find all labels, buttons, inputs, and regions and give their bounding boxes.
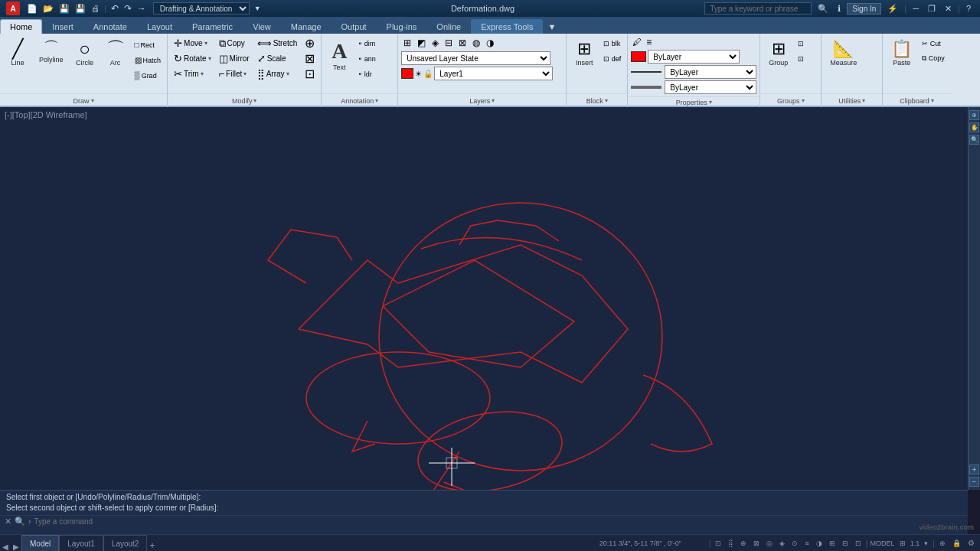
lineweight-dropdown[interactable]: ByLayer — [665, 80, 756, 94]
dynin-toggle[interactable]: ⊡ — [853, 539, 864, 548]
modify-extra2[interactable]: ⊠ — [302, 51, 318, 66]
scale-tool[interactable]: ⤢Scale — [254, 51, 301, 66]
layout1-tab[interactable]: Layout1 — [59, 535, 103, 551]
polar-toggle[interactable]: ◎ — [764, 539, 775, 548]
workspace-switch[interactable]: ⊕ — [937, 539, 948, 548]
nav-zoom[interactable]: 🔍 — [969, 135, 979, 145]
layer-btn4[interactable]: ⊟ — [443, 36, 455, 50]
move-tool[interactable]: ✛Move▾ — [171, 36, 214, 51]
tab-insert[interactable]: Insert — [42, 19, 83, 34]
block-expand[interactable]: ▾ — [605, 97, 608, 104]
polyline-tool[interactable]: ⌒ Polyline — [34, 36, 69, 67]
tab-express-tools[interactable]: Express Tools — [471, 19, 543, 34]
layer-btn3[interactable]: ◈ — [430, 36, 441, 50]
toolbar-lock[interactable]: 🔒 — [950, 539, 963, 548]
fillet-tool[interactable]: ⌐Fillet▾ — [216, 67, 253, 81]
layer-btn5[interactable]: ⊠ — [456, 36, 469, 50]
nav-orbit[interactable]: ⊕ — [969, 110, 979, 120]
match-properties[interactable]: 🖊 — [631, 36, 643, 48]
command-input[interactable] — [34, 517, 963, 526]
group-extra2[interactable]: ⊡ — [795, 51, 807, 66]
linetype-dropdown[interactable]: ByLayer — [665, 65, 756, 79]
hatch-tool[interactable]: ▨ Hatch — [132, 53, 165, 67]
properties-expand[interactable]: ▾ — [709, 99, 712, 106]
model-toggle[interactable]: ⊡ — [713, 539, 724, 548]
annotation-scale[interactable]: ▾ — [922, 539, 930, 548]
save-btn[interactable]: 💾 — [57, 3, 72, 15]
next-tab[interactable]: ▶ — [11, 543, 21, 551]
color-dropdown[interactable]: ByLayer — [648, 50, 740, 64]
tab-manage[interactable]: Manage — [281, 19, 332, 34]
new-btn[interactable]: 📄 — [24, 3, 40, 15]
otrack-toggle[interactable]: ⊙ — [789, 539, 800, 548]
annotation-tool3[interactable]: ⁌ ldr — [355, 67, 379, 81]
plot-btn[interactable]: 🖨 — [89, 3, 102, 14]
tab-output[interactable]: Output — [332, 19, 377, 34]
close-main-btn[interactable]: ✕ — [942, 3, 955, 15]
zoom-plus[interactable]: + — [969, 465, 979, 474]
layer-btn7[interactable]: ◑ — [484, 36, 496, 50]
annotation-tool1[interactable]: ⁌ dim — [355, 36, 379, 51]
mirror-tool[interactable]: ◫Mirror — [216, 51, 253, 66]
draw-expand[interactable]: ▾ — [91, 97, 94, 104]
layer-lock[interactable]: 🔓 — [423, 70, 433, 78]
tab-parametric[interactable]: Parametric — [182, 19, 243, 34]
settings-btn[interactable]: ⚙ — [965, 538, 977, 548]
tab-home[interactable]: Home — [0, 19, 42, 34]
copy-tool[interactable]: ⧉Copy — [216, 36, 253, 51]
groups-expand[interactable]: ▾ — [802, 97, 805, 104]
group-extra1[interactable]: ⊡ — [795, 36, 807, 51]
cmd-search[interactable]: 🔍 — [15, 517, 25, 527]
layer-btn6[interactable]: ◍ — [470, 36, 482, 50]
rotate-tool[interactable]: ↻Rotate▾ — [171, 51, 214, 66]
block-tool2[interactable]: ⊡ def — [600, 51, 624, 66]
layer-btn2[interactable]: ◩ — [415, 36, 428, 50]
saveas-btn[interactable]: 💾 — [73, 3, 88, 15]
tab-annotate[interactable]: Annotate — [83, 19, 137, 34]
group-tool[interactable]: ⊞ Group — [763, 36, 793, 70]
copyclip-tool[interactable]: ⧉ Copy — [919, 51, 948, 66]
tab-view[interactable]: View — [243, 19, 281, 34]
tab-expand[interactable]: ▼ — [543, 20, 560, 34]
modify-extra3[interactable]: ⊡ — [302, 67, 318, 81]
search-btn[interactable]: 🔍 — [815, 3, 831, 15]
zoom-minus[interactable]: − — [969, 477, 979, 487]
list-tool[interactable]: ≡ — [645, 36, 653, 48]
transparency-toggle[interactable]: ◑ — [814, 539, 825, 548]
modify-expand[interactable]: ▾ — [253, 97, 256, 104]
layer-btn1[interactable]: ⊞ — [401, 36, 413, 50]
nav-pan[interactable]: ✋ — [969, 122, 979, 132]
cmd-close[interactable]: ✕ — [5, 517, 11, 527]
layer-state-dropdown[interactable]: Unsaved Layer State — [401, 51, 550, 65]
prev-tab[interactable]: ◀ — [0, 543, 11, 551]
layer-name-dropdown[interactable]: Layer1 — [434, 67, 553, 80]
circle-tool[interactable]: ○ Circle — [70, 36, 100, 70]
text-tool[interactable]: A Text — [325, 36, 354, 74]
rectangle-tool[interactable]: □ Rect — [132, 37, 165, 52]
signin-btn[interactable]: Sign In — [847, 3, 881, 15]
stretch-tool[interactable]: ⟺Stretch — [254, 36, 301, 51]
lineweight-toggle[interactable]: ≡ — [802, 539, 811, 548]
max-btn[interactable]: ❐ — [925, 3, 939, 15]
selcycle-toggle[interactable]: ⊞ — [827, 539, 838, 548]
infocenter-btn[interactable]: ℹ — [835, 3, 844, 15]
dynucs-toggle[interactable]: ⊟ — [840, 539, 851, 548]
viewport-config[interactable]: ⊞ — [897, 539, 908, 548]
new-layout[interactable]: + — [147, 540, 157, 551]
trim-tool[interactable]: ✂Trim▾ — [171, 67, 214, 81]
open-btn[interactable]: 📂 — [41, 3, 56, 15]
tab-online[interactable]: Online — [426, 19, 471, 34]
measure-tool[interactable]: 📐 Measure — [825, 36, 862, 70]
layout2-tab[interactable]: Layout2 — [103, 535, 148, 551]
workspace-selector[interactable]: Drafting & Annotation — [153, 2, 250, 15]
layer-light[interactable]: ☀ — [415, 70, 422, 78]
exchange-btn[interactable]: ⚡ — [884, 3, 901, 15]
layers-expand[interactable]: ▾ — [492, 97, 495, 104]
annotation-expand[interactable]: ▾ — [375, 97, 378, 104]
utilities-expand[interactable]: ▾ — [862, 97, 865, 104]
gradient-tool[interactable]: ▒ Grad — [132, 68, 165, 83]
redo-btn[interactable]: ↷ — [122, 2, 134, 15]
modify-extra1[interactable]: ⊕ — [302, 36, 318, 51]
osnap-toggle[interactable]: ◈ — [777, 539, 787, 548]
snap-toggle[interactable]: ⊕ — [738, 539, 749, 548]
